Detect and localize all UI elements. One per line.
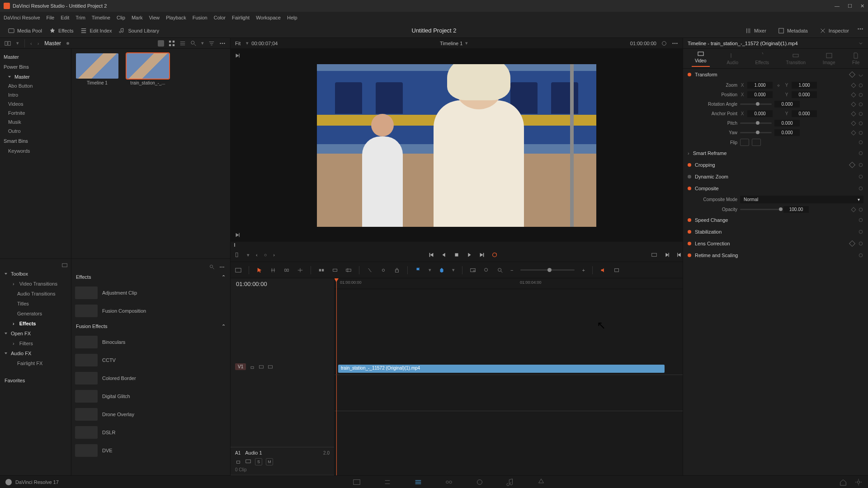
fx-video-transitions[interactable]: › Video Transitions: [2, 279, 69, 289]
fx-audio-transitions[interactable]: Audio Transitions: [2, 289, 69, 299]
fx-favorites[interactable]: Favorites: [2, 375, 69, 385]
blade-tool-icon[interactable]: [297, 267, 303, 273]
video-clip[interactable]: train_station_-_11572 (Original)(1).mp4: [338, 365, 665, 373]
fx-titles[interactable]: Titles: [2, 299, 69, 309]
bin-master[interactable]: Master: [3, 52, 68, 61]
timeline-ruler[interactable]: 01:00:00:00 01:00:04:00: [335, 278, 683, 289]
clip-timeline-1[interactable]: Timeline 1: [76, 53, 118, 85]
bin-view-icon[interactable]: [5, 40, 11, 47]
page-cut-icon[interactable]: [383, 478, 392, 486]
fx-colored-border[interactable]: Colored Border: [75, 370, 226, 386]
v1-auto-select-icon[interactable]: [259, 364, 264, 370]
zoom-y-input[interactable]: 1.000: [792, 82, 817, 89]
minimize-button[interactable]: —: [835, 3, 840, 9]
marker-icon[interactable]: [439, 267, 445, 273]
bin-outro[interactable]: Outro: [3, 127, 68, 136]
loop-icon[interactable]: [491, 252, 498, 258]
fx-generators[interactable]: Generators: [2, 309, 69, 319]
menu-help[interactable]: Help: [287, 15, 297, 20]
viewer[interactable]: [231, 49, 683, 242]
position-x-input[interactable]: 0.000: [747, 91, 773, 98]
fx-panel-icon[interactable]: [62, 263, 67, 268]
fx-drone-overlay[interactable]: Drone Overlay: [75, 406, 226, 422]
zoom-fit-dropdown[interactable]: Fit: [235, 41, 241, 46]
v1-track[interactable]: train_station_-_11572 (Original)(1).mp4: [335, 289, 683, 375]
viewer-timeline-name[interactable]: Timeline 1▾: [440, 40, 468, 46]
jump-last-icon[interactable]: [234, 232, 241, 238]
home-icon[interactable]: [839, 478, 847, 486]
menu-workspace[interactable]: Workspace: [256, 15, 281, 20]
fx-filters[interactable]: › Filters: [2, 338, 69, 348]
viewer-more-icon[interactable]: [672, 40, 678, 47]
inspector-expand-icon[interactable]: [858, 41, 863, 46]
jump-first-icon[interactable]: [234, 52, 241, 59]
insert-clip-icon[interactable]: [318, 267, 325, 273]
dynamic-trim-icon[interactable]: [283, 267, 290, 273]
zoom-in-button[interactable]: +: [582, 267, 585, 273]
flip-h-button[interactable]: [740, 139, 749, 146]
menu-mark[interactable]: Mark: [132, 15, 142, 20]
page-color-icon[interactable]: [476, 478, 484, 486]
list-view-icon[interactable]: [179, 40, 186, 47]
replace-clip-icon[interactable]: [345, 267, 352, 273]
anchor-y-input[interactable]: 0.000: [792, 110, 817, 117]
fx-fairlight-fx[interactable]: Fairlight FX: [2, 358, 69, 368]
position-y-input[interactable]: 0.000: [792, 91, 817, 98]
bin-intro[interactable]: Intro: [3, 90, 68, 99]
tab-file[interactable]: File: [852, 52, 859, 65]
opacity-slider[interactable]: [740, 209, 781, 210]
fx-effects[interactable]: › Effects: [2, 319, 69, 328]
zoom-to-fit-icon[interactable]: [470, 267, 476, 273]
lock-icon[interactable]: [394, 267, 400, 273]
rotation-input[interactable]: 0.000: [774, 101, 800, 108]
zoom-link-icon[interactable]: ⟐: [775, 83, 782, 88]
bin-musik[interactable]: Musik: [3, 117, 68, 127]
section-retime[interactable]: Retime and Scaling: [683, 249, 868, 261]
bin-keywords[interactable]: Keywords: [3, 146, 68, 155]
a1-label[interactable]: A1: [235, 450, 241, 455]
menu-davinci[interactable]: DaVinci Resolve: [4, 15, 40, 20]
menu-timeline[interactable]: Timeline: [92, 15, 110, 20]
v1-label[interactable]: V1: [235, 363, 246, 370]
more-options-icon[interactable]: [219, 40, 226, 47]
inspector-toggle[interactable]: Inspector: [816, 26, 853, 36]
go-start-icon[interactable]: [428, 252, 434, 258]
step-back-icon[interactable]: [441, 252, 447, 258]
tab-video[interactable]: Video: [692, 50, 710, 67]
bypass-icon[interactable]: [661, 40, 667, 47]
rotation-slider[interactable]: [740, 103, 772, 105]
play-icon[interactable]: [466, 252, 472, 258]
zoom-slider[interactable]: [520, 269, 575, 271]
monitor-icon[interactable]: [613, 267, 620, 273]
timeline-tracks[interactable]: 01:00:00:00 01:00:04:00 train_station_-_…: [335, 278, 683, 475]
opacity-input[interactable]: 100.00: [783, 206, 809, 213]
pitch-input[interactable]: 0.000: [774, 120, 800, 127]
thumbnail-view-icon[interactable]: [158, 40, 164, 47]
anchor-x-input[interactable]: 0.000: [747, 110, 773, 117]
grid-view-icon[interactable]: [169, 40, 175, 47]
media-pool-toggle[interactable]: Media Pool: [5, 26, 46, 36]
clip-train-station[interactable]: train_station_-_...: [127, 53, 169, 85]
fx-binoculars[interactable]: Binoculars: [75, 334, 226, 350]
trim-tool-icon[interactable]: [270, 267, 276, 273]
yaw-slider[interactable]: [740, 132, 772, 133]
section-dynamic-zoom[interactable]: Dynamic Zoom: [683, 171, 868, 183]
bin-abo-button[interactable]: Abo Button: [3, 81, 68, 90]
match-frame-icon[interactable]: [651, 252, 657, 258]
nav-back[interactable]: ‹: [30, 41, 32, 46]
mute-icon[interactable]: [600, 267, 606, 273]
overwrite-icon[interactable]: [676, 252, 683, 258]
overwrite-clip-icon[interactable]: [332, 267, 338, 273]
go-end-icon[interactable]: [479, 252, 485, 258]
bin-power-master[interactable]: Master: [3, 72, 68, 81]
fx-cctv[interactable]: CCTV: [75, 352, 226, 368]
fx-more-icon[interactable]: [219, 264, 225, 270]
fx-digital-glitch[interactable]: Digital Glitch: [75, 388, 226, 404]
zoom-out-button[interactable]: −: [510, 267, 513, 273]
section-composite[interactable]: Composite: [683, 183, 868, 194]
section-speed-change[interactable]: Speed Change: [683, 214, 868, 226]
bin-fortnite[interactable]: Fortnite: [3, 108, 68, 117]
section-transform[interactable]: Transform: [683, 69, 868, 80]
section-stabilization[interactable]: Stabilization: [683, 226, 868, 238]
viewer-scrubber[interactable]: [231, 242, 683, 248]
